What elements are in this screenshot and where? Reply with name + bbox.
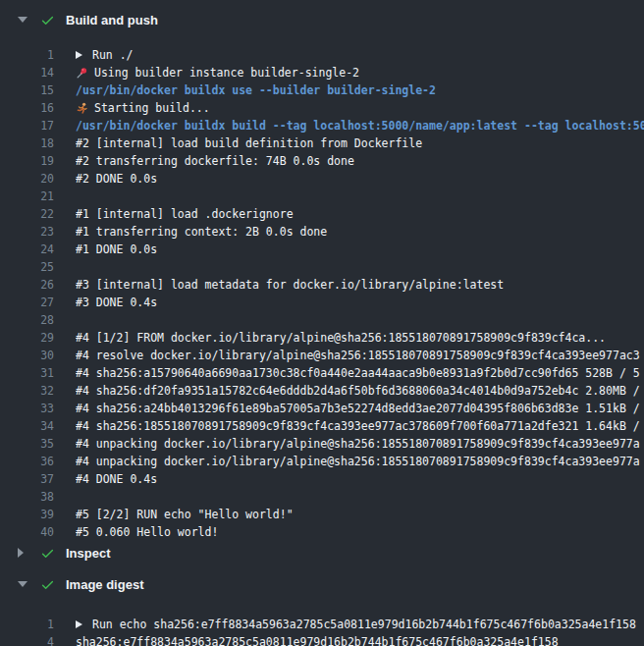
line-number[interactable]: 17 xyxy=(0,117,54,135)
log-line: 22 #1 [internal] load .dockerignore xyxy=(0,205,644,223)
line-number[interactable]: 21 xyxy=(0,188,54,205)
line-text: #1 transferring context: 2B 0.0s done xyxy=(76,223,644,241)
line-number[interactable]: 26 xyxy=(0,276,54,294)
line-number[interactable]: 31 xyxy=(0,364,54,382)
log-section: Inspect xyxy=(0,541,644,565)
line-text: #4 [1/2] FROM docker.io/library/alpine@s… xyxy=(76,329,644,347)
log-line: 23 #1 transferring context: 2B 0.0s done xyxy=(0,223,644,241)
line-text: #4 sha256:a15790640a6690aa1730c38cf0a440… xyxy=(76,364,644,382)
check-icon xyxy=(40,13,55,27)
log-line: 27 #3 DONE 0.4s xyxy=(0,294,644,311)
log-line: 25 xyxy=(0,258,644,276)
log-line: 40 #5 0.060 Hello world! xyxy=(0,523,644,541)
check-icon xyxy=(40,577,55,592)
section-log-lines: 1 Run ./ 14 Using builder instance build… xyxy=(0,31,644,541)
line-text xyxy=(76,488,644,506)
log-line: 38 xyxy=(0,488,644,506)
line-number[interactable]: 1 xyxy=(0,616,54,633)
line-text: Using builder instance builder-single-2 xyxy=(76,64,644,81)
line-number[interactable]: 25 xyxy=(0,258,54,276)
line-text: #4 sha256:185518070891758909c9f839cf4ca3… xyxy=(76,417,644,435)
line-text: #1 DONE 0.0s xyxy=(76,241,644,258)
log-line: 29 #4 [1/2] FROM docker.io/library/alpin… xyxy=(0,329,644,347)
line-number[interactable]: 24 xyxy=(0,241,54,258)
log-line: 31 #4 sha256:a15790640a6690aa1730c38cf0a… xyxy=(0,364,644,382)
pushpin-icon xyxy=(76,67,88,80)
line-text: #4 DONE 0.4s xyxy=(76,470,644,488)
line-number[interactable]: 18 xyxy=(0,135,54,152)
section-header[interactable]: Inspect xyxy=(0,541,644,565)
line-text: #2 [internal] load build definition from… xyxy=(76,135,644,152)
line-number[interactable]: 38 xyxy=(0,488,54,506)
log-line: 36 #4 unpacking docker.io/library/alpine… xyxy=(0,453,644,470)
line-number[interactable]: 16 xyxy=(0,99,54,117)
line-text: #4 sha256:a24bb4013296f61e89ba57005a7b3e… xyxy=(76,400,644,417)
line-text: #5 [2/2] RUN echo "Hello world!" xyxy=(76,506,644,523)
line-number[interactable]: 23 xyxy=(0,223,54,241)
section-header[interactable]: Build and push xyxy=(0,8,644,31)
line-number[interactable]: 32 xyxy=(0,382,54,400)
log-line: 26 #3 [internal] load metadata for docke… xyxy=(0,276,644,294)
chevron-down-icon[interactable] xyxy=(18,578,29,590)
line-text: #2 DONE 0.0s xyxy=(76,170,644,188)
line-text: Starting build... xyxy=(76,99,644,117)
line-number[interactable]: 29 xyxy=(0,329,54,347)
line-text: #3 DONE 0.4s xyxy=(76,294,644,311)
line-number[interactable]: 15 xyxy=(0,81,54,99)
line-number[interactable]: 14 xyxy=(0,64,54,81)
line-number[interactable]: 27 xyxy=(0,294,54,311)
line-number[interactable]: 40 xyxy=(0,523,54,541)
log-line: 1 Run echo sha256:e7ff8834a5963a2785c5a0… xyxy=(0,616,644,633)
line-text: #4 resolve docker.io/library/alpine@sha2… xyxy=(76,347,644,364)
workflow-log-viewer: Build and push 1 Run ./ 14 Using builder… xyxy=(0,8,644,646)
run-chevron-icon xyxy=(76,620,82,628)
log-line: 37 #4 DONE 0.4s xyxy=(0,470,644,488)
line-number[interactable]: 34 xyxy=(0,417,54,435)
log-line: 33 #4 sha256:a24bb4013296f61e89ba57005a7… xyxy=(0,400,644,417)
line-text: Run echo sha256:e7ff8834a5963a2785c5a081… xyxy=(76,616,644,633)
log-line: 16 Starting build... xyxy=(0,99,644,117)
line-number[interactable]: 30 xyxy=(0,347,54,364)
log-line: 28 xyxy=(0,311,644,329)
line-number[interactable]: 35 xyxy=(0,435,54,453)
line-text: sha256:e7ff8834a5963a2785c5a0811e979d16b… xyxy=(76,633,644,646)
line-number[interactable]: 37 xyxy=(0,470,54,488)
log-line: 4 sha256:e7ff8834a5963a2785c5a0811e979d1… xyxy=(0,633,644,646)
line-number[interactable]: 4 xyxy=(0,633,54,646)
log-line: 1 Run ./ xyxy=(0,46,644,64)
line-number[interactable]: 19 xyxy=(0,152,54,170)
log-line: 32 #4 sha256:df20fa9351a15782c64e6dddb2d… xyxy=(0,382,644,400)
log-line: 20 #2 DONE 0.0s xyxy=(0,170,644,188)
run-chevron-icon xyxy=(76,51,82,59)
runner-icon xyxy=(76,102,88,115)
line-text: #4 unpacking docker.io/library/alpine@sh… xyxy=(76,453,644,470)
line-number[interactable]: 36 xyxy=(0,453,54,470)
log-line: 39 #5 [2/2] RUN echo "Hello world!" xyxy=(0,506,644,523)
log-line: 14 Using builder instance builder-single… xyxy=(0,64,644,81)
line-text: /usr/bin/docker buildx build --tag local… xyxy=(76,117,644,135)
line-text: #4 unpacking docker.io/library/alpine@sh… xyxy=(76,435,644,453)
log-line: 30 #4 resolve docker.io/library/alpine@s… xyxy=(0,347,644,364)
line-text: #2 transferring dockerfile: 74B 0.0s don… xyxy=(76,152,644,170)
line-text: #5 0.060 Hello world! xyxy=(76,523,644,541)
line-number[interactable]: 22 xyxy=(0,205,54,223)
line-number[interactable]: 33 xyxy=(0,400,54,417)
line-text xyxy=(76,311,644,329)
line-number[interactable]: 20 xyxy=(0,170,54,188)
log-section: Build and push 1 Run ./ 14 Using builder… xyxy=(0,8,644,541)
log-line: 24 #1 DONE 0.0s xyxy=(0,241,644,258)
log-line: 17 /usr/bin/docker buildx build --tag lo… xyxy=(0,117,644,135)
line-text: /usr/bin/docker buildx use --builder bui… xyxy=(76,81,644,99)
line-text: #4 sha256:df20fa9351a15782c64e6dddb2d4a6… xyxy=(76,382,644,400)
line-number[interactable]: 28 xyxy=(0,311,54,329)
chevron-down-icon[interactable] xyxy=(18,14,29,26)
line-number[interactable]: 1 xyxy=(0,46,54,64)
section-header[interactable]: Image digest xyxy=(0,572,644,596)
section-title: Inspect xyxy=(66,546,111,561)
log-section: Image digest 1 Run echo sha256:e7ff8834a… xyxy=(0,572,644,646)
chevron-right-icon[interactable] xyxy=(18,547,29,559)
line-text: Run ./ xyxy=(76,46,644,64)
line-text xyxy=(76,188,644,205)
log-line: 19 #2 transferring dockerfile: 74B 0.0s … xyxy=(0,152,644,170)
line-number[interactable]: 39 xyxy=(0,506,54,523)
